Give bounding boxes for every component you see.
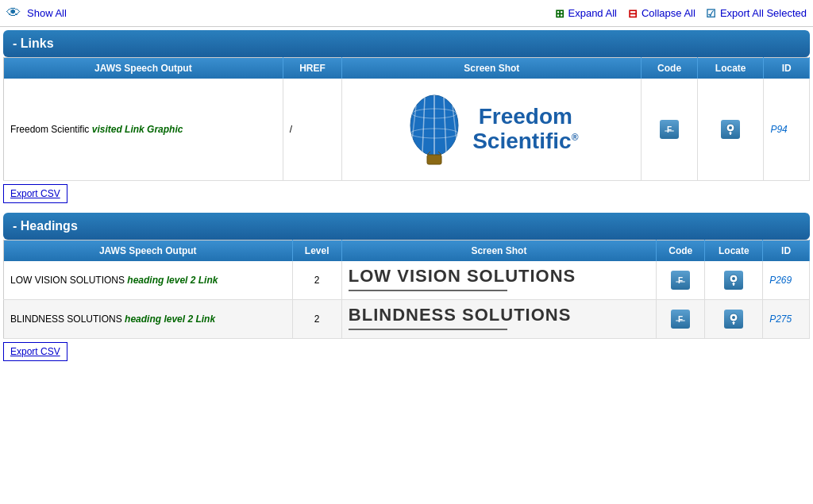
expand-all-button[interactable]: ⊞ Expand All: [553, 7, 617, 20]
export-all-button[interactable]: ☑ Export All Selected: [705, 7, 807, 20]
headings-col-jaws: JAWS Speech Output: [4, 240, 293, 262]
toolbar-right: ⊞ Expand All ⊟ Collapse All ☑ Export All…: [553, 7, 807, 20]
svg-rect-23: [676, 320, 685, 321]
code-icon-2: F: [675, 314, 686, 325]
expand-all-label: Expand All: [568, 7, 617, 19]
export-all-label: Export All Selected: [720, 7, 807, 19]
headings-level-cell-2: 2: [292, 300, 341, 339]
headings-screenshot-text-1: LOW VISION SOLUTIONS: [349, 266, 649, 287]
svg-rect-18: [676, 281, 685, 283]
headings-screenshot-cell-2: BLINDNESS SOLUTIONS: [341, 300, 656, 339]
fs-freedom-text: Freedom: [472, 105, 578, 129]
links-id-link[interactable]: P94: [770, 124, 787, 135]
links-table-row: Freedom Scientific visited Link Graphic …: [4, 79, 810, 181]
check-icon: ☑: [705, 7, 718, 20]
links-section-header: - Links: [3, 30, 810, 57]
headings-code-button-2[interactable]: F: [671, 310, 690, 329]
links-col-locate: Locate: [697, 58, 764, 79]
headings-section-title: - Headings: [13, 219, 78, 233]
headings-divider-1: [349, 290, 507, 291]
links-jaws-link: visited Link Graphic: [92, 124, 183, 135]
headings-table-header-row: JAWS Speech Output Level Screen Shot Cod…: [4, 240, 810, 262]
links-col-id: ID: [764, 58, 810, 79]
headings-jaws-cell-1: LOW VISION SOLUTIONS heading level 2 Lin…: [4, 261, 293, 300]
svg-rect-13: [665, 130, 674, 132]
headings-col-level: Level: [292, 240, 341, 262]
links-code-cell: F: [642, 79, 698, 181]
svg-point-20: [732, 277, 735, 280]
links-section-title: - Links: [13, 37, 54, 50]
links-col-code: Code: [642, 58, 698, 79]
show-all-link[interactable]: Show All: [27, 7, 67, 19]
collapse-all-label: Collapse All: [642, 7, 695, 19]
headings-id-link-2[interactable]: P275: [769, 314, 792, 325]
svg-point-15: [729, 126, 732, 129]
headings-code-button-1[interactable]: F: [671, 271, 690, 290]
headings-jaws-plain-2: BLINDNESS SOLUTIONS: [10, 314, 125, 325]
headings-code-cell-1: F: [657, 261, 705, 300]
links-screenshot-cell: Freedom Scientific®: [342, 79, 642, 181]
locate-icon-1: [728, 274, 739, 287]
headings-id-link-1[interactable]: P269: [769, 275, 792, 286]
headings-jaws-cell-2: BLINDNESS SOLUTIONS heading level 2 Link: [4, 300, 293, 339]
links-locate-cell: [697, 79, 764, 181]
headings-table-row: LOW VISION SOLUTIONS heading level 2 Lin…: [4, 261, 810, 300]
fs-scientific-text: Scientific®: [472, 129, 578, 154]
headings-locate-button-1[interactable]: [724, 271, 743, 290]
headings-locate-cell-1: [705, 261, 763, 300]
headings-level-cell-1: 2: [292, 261, 341, 300]
headings-id-cell-1: P269: [763, 261, 810, 300]
headings-id-cell-2: P275: [763, 300, 810, 339]
links-section: - Links JAWS Speech Output HREF Screen S…: [0, 30, 813, 210]
headings-col-code: Code: [657, 240, 705, 262]
balloon-svg: [405, 90, 464, 169]
headings-code-cell-2: F: [657, 300, 705, 339]
headings-locate-button-2[interactable]: [724, 310, 743, 329]
locate-icon-2: [728, 313, 739, 325]
headings-screenshot-cell-1: LOW VISION SOLUTIONS: [341, 261, 656, 300]
headings-locate-cell-2: [705, 300, 763, 339]
links-col-screenshot: Screen Shot: [342, 58, 642, 79]
headings-col-id: ID: [763, 240, 810, 262]
fs-brand-text: Freedom Scientific®: [472, 105, 578, 154]
collapse-all-button[interactable]: ⊟ Collapse All: [626, 7, 695, 20]
links-table-header-row: JAWS Speech Output HREF Screen Shot Code…: [4, 58, 810, 79]
fs-trademark: ®: [572, 132, 579, 143]
headings-screenshot-text-2: BLINDNESS SOLUTIONS: [349, 305, 649, 325]
headings-divider-2: [349, 329, 507, 330]
svg-point-25: [732, 316, 735, 319]
locate-icon: [725, 123, 736, 136]
headings-col-locate: Locate: [705, 240, 763, 262]
links-col-jaws: JAWS Speech Output: [4, 58, 283, 79]
svg-rect-8: [427, 155, 441, 164]
freedom-scientific-logo: Freedom Scientific®: [349, 83, 634, 175]
links-table: JAWS Speech Output HREF Screen Shot Code…: [3, 57, 810, 181]
eye-icon: 👁: [6, 5, 21, 21]
links-export-csv-button[interactable]: Export CSV: [3, 184, 67, 203]
svg-text:F: F: [667, 125, 672, 134]
links-col-href: HREF: [283, 58, 342, 79]
links-locate-button[interactable]: [721, 120, 740, 139]
toolbar: 👁 Show All ⊞ Expand All ⊟ Collapse All ☑…: [0, 0, 813, 27]
plus-icon: ⊞: [553, 7, 566, 20]
headings-jaws-link-1: heading level 2 Link: [127, 275, 218, 286]
code-icon: F: [664, 124, 675, 135]
links-href-cell: /: [283, 79, 342, 181]
headings-table: JAWS Speech Output Level Screen Shot Cod…: [3, 240, 810, 339]
headings-col-screenshot: Screen Shot: [341, 240, 656, 262]
links-jaws-plain: Freedom Scientific: [10, 124, 92, 135]
minus-icon: ⊟: [626, 7, 639, 20]
svg-text:F: F: [678, 315, 683, 324]
headings-jaws-plain-1: LOW VISION SOLUTIONS: [10, 275, 127, 286]
links-id-cell: P94: [764, 79, 810, 181]
links-jaws-cell: Freedom Scientific visited Link Graphic: [4, 79, 283, 181]
headings-jaws-link-2: heading level 2 Link: [125, 314, 215, 325]
links-code-button[interactable]: F: [660, 120, 679, 139]
headings-table-row: BLINDNESS SOLUTIONS heading level 2 Link…: [4, 300, 810, 339]
headings-export-csv-button[interactable]: Export CSV: [3, 342, 67, 361]
toolbar-left: 👁 Show All: [6, 5, 541, 21]
code-icon-1: F: [675, 275, 686, 286]
headings-section-header: - Headings: [3, 213, 810, 240]
svg-text:F: F: [678, 276, 683, 285]
headings-section: - Headings JAWS Speech Output Level Scre…: [0, 213, 813, 367]
